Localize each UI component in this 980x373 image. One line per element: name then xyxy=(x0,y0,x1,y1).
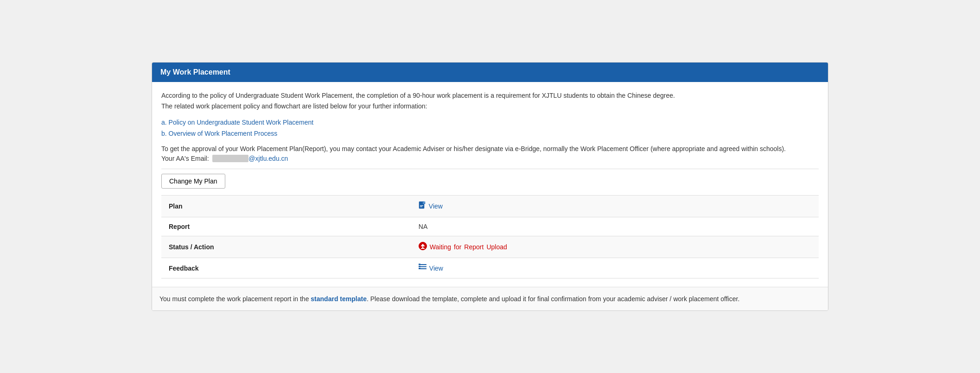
feedback-view-link[interactable]: View xyxy=(419,264,443,272)
svg-rect-9 xyxy=(419,266,420,267)
approval-text: To get the approval of your Work Placeme… xyxy=(161,144,819,155)
svg-rect-3 xyxy=(420,207,422,207)
link-overview[interactable]: b. Overview of Work Placement Process xyxy=(161,130,819,137)
plan-view-link[interactable]: View xyxy=(419,201,443,211)
email-blurred: xxxxxxxxxx xyxy=(212,155,248,162)
change-plan-button[interactable]: Change My Plan xyxy=(161,174,225,189)
link-policy[interactable]: a. Policy on Undergraduate Student Work … xyxy=(161,119,819,126)
email-line: Your AA's Email: xxxxxxxxxx@xjtlu.edu.cn xyxy=(161,155,819,162)
content-area: According to the policy of Undergraduate… xyxy=(152,82,828,287)
table-row-status: Status / Action Waitin xyxy=(161,236,819,258)
upload-icon xyxy=(419,242,427,252)
status-report: Report xyxy=(464,243,484,251)
table-row-feedback: Feedback xyxy=(161,258,819,278)
page-header: My Work Placement xyxy=(152,63,828,82)
table-row-report: Report NA xyxy=(161,217,819,236)
report-value: NA xyxy=(411,217,819,236)
status-cell: Waiting for Report Upload xyxy=(419,242,507,252)
main-container: My Work Placement According to the polic… xyxy=(152,62,828,311)
page-title: My Work Placement xyxy=(160,68,230,76)
intro-line1: According to the policy of Undergraduate… xyxy=(161,90,819,113)
status-waiting: Waiting xyxy=(430,243,451,251)
status-value: Waiting for Report Upload xyxy=(411,236,819,258)
table-row-plan: Plan xyxy=(161,196,819,217)
svg-rect-8 xyxy=(419,264,420,265)
list-icon xyxy=(419,264,426,272)
placement-table: Plan xyxy=(161,195,819,278)
email-domain: @xjtlu.edu.cn xyxy=(248,155,288,162)
status-upload: Upload xyxy=(486,243,507,251)
divider-top xyxy=(161,169,819,169)
plan-value: View xyxy=(411,196,819,217)
footer-note: You must complete the work placement rep… xyxy=(152,287,828,310)
svg-rect-10 xyxy=(419,268,420,269)
file-icon xyxy=(419,201,426,211)
feedback-value: View xyxy=(411,258,819,278)
status-for: for xyxy=(454,243,461,251)
status-label: Status / Action xyxy=(161,236,411,258)
feedback-label: Feedback xyxy=(161,258,411,278)
report-label: Report xyxy=(161,217,411,236)
svg-rect-2 xyxy=(420,205,423,206)
plan-label: Plan xyxy=(161,196,411,217)
standard-template-link[interactable]: standard template xyxy=(311,295,367,303)
